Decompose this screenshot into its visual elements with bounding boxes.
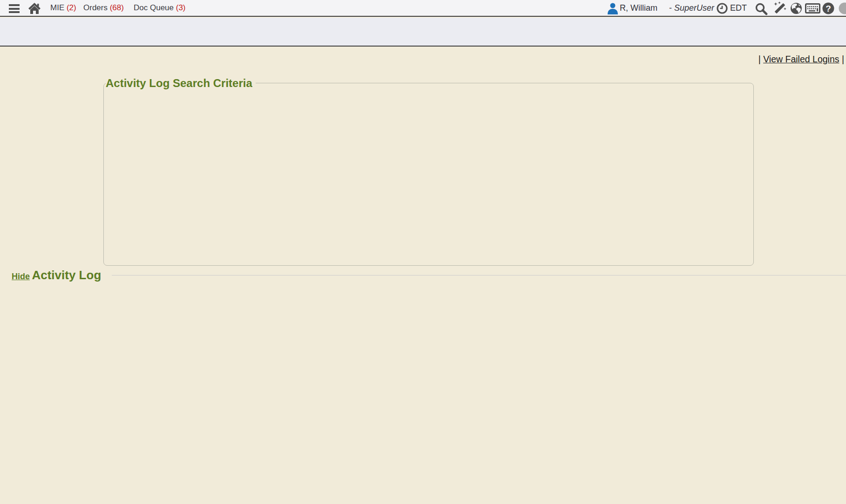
svg-text:?: ? [826,4,831,13]
